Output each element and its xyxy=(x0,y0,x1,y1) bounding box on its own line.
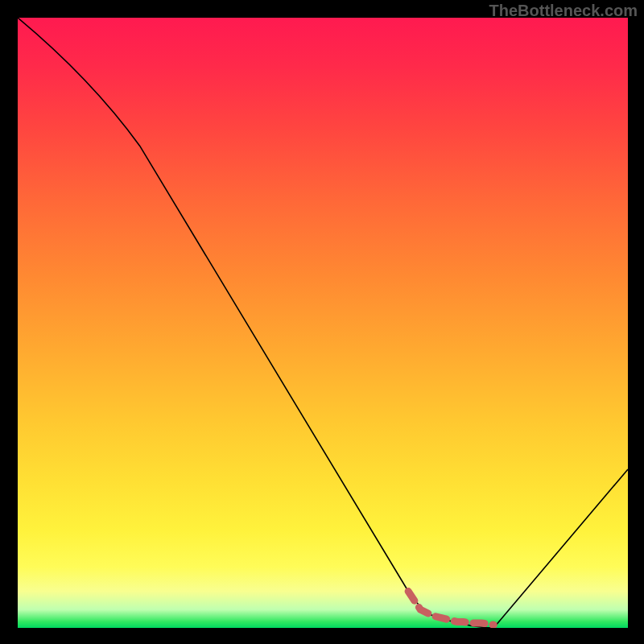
watermark-text: TheBottleneck.com xyxy=(489,2,638,20)
highlight-segment-line xyxy=(408,592,493,625)
chart-plot-area xyxy=(18,18,628,628)
bottleneck-curve-line xyxy=(18,18,628,628)
chart-lines xyxy=(18,18,628,628)
